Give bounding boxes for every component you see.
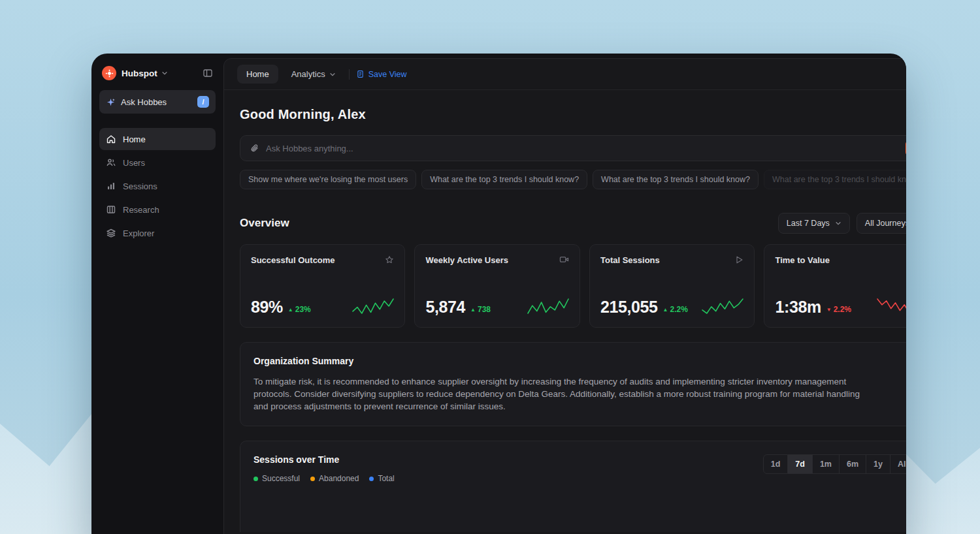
sidebar-item-label: Users	[123, 158, 145, 168]
range-button-1m[interactable]: 1m	[813, 454, 840, 474]
save-view-button[interactable]: Save View	[356, 70, 407, 79]
sidebar-item-explorer[interactable]: Explorer	[99, 222, 216, 244]
content: Good Morning, Alex Show me where we're l…	[224, 90, 906, 534]
kpi-delta: ▲23%	[288, 305, 311, 314]
main-wrap: Home Analytics Save View Good Morning, A…	[223, 54, 906, 534]
topbar: Home Analytics Save View	[224, 59, 906, 90]
sidebar-item-label: Home	[123, 134, 146, 144]
sidebar-nav: Home Users Sessions Research Explorer	[99, 128, 216, 244]
sparkline	[527, 297, 569, 315]
summary-body: To mitigate risk, it is recommended to e…	[253, 375, 861, 413]
legend-dot	[310, 477, 315, 481]
date-range-dropdown[interactable]: Last 7 Days	[778, 213, 850, 234]
brand-row: Hubspot	[99, 63, 216, 84]
kpi-title: Successful Outcome	[251, 255, 335, 265]
chevron-down-icon	[835, 220, 841, 227]
play-icon[interactable]	[735, 255, 743, 264]
kpi-card-total-sessions: Total Sessions 215,055 ▲2.2%	[589, 244, 755, 328]
kpi-value: 215,055	[600, 298, 658, 317]
chevron-down-icon	[329, 71, 336, 78]
chart-legend: Successful Abandoned Total	[253, 474, 395, 483]
kpi-value: 1:38m	[775, 298, 821, 317]
kpi-card-weekly-active-users: Weekly Active Users 5,874 ▲738	[414, 244, 580, 328]
range-button-6m[interactable]: 6m	[840, 454, 866, 474]
sidebar: Hubspot Ask Hobbes / Home Users	[91, 54, 223, 534]
sidebar-item-label: Research	[123, 205, 159, 215]
sidebar-item-users[interactable]: Users	[99, 151, 216, 174]
send-button[interactable]	[906, 140, 906, 156]
sidebar-toggle-icon[interactable]	[203, 68, 213, 78]
suggestion-chip[interactable]: What are the top 3 trends I should know?	[421, 170, 587, 189]
tab-analytics[interactable]: Analytics	[285, 65, 342, 84]
journeys-label: All Journeys	[865, 219, 906, 228]
users-icon	[106, 157, 116, 168]
summary-title: Organization Summary	[253, 356, 906, 366]
save-view-icon	[356, 70, 365, 78]
range-button-1y[interactable]: 1y	[866, 454, 890, 474]
page-title: Good Morning, Alex	[240, 107, 906, 122]
save-view-label: Save View	[368, 70, 407, 79]
overview-title: Overview	[240, 217, 289, 230]
kpi-grid: Successful Outcome 89% ▲23% Weekly Activ…	[240, 244, 906, 328]
sidebar-item-sessions[interactable]: Sessions	[99, 175, 216, 197]
range-button-all[interactable]: All	[890, 454, 906, 474]
sidebar-ask-hobbes[interactable]: Ask Hobbes /	[99, 90, 216, 114]
sessions-icon	[106, 181, 116, 191]
ask-input-container	[240, 135, 906, 161]
sessions-chart-title: Sessions over Time	[253, 454, 395, 465]
kpi-value: 89%	[251, 298, 283, 317]
app-window: Hubspot Ask Hobbes / Home Users	[91, 54, 906, 534]
star-icon[interactable]	[385, 255, 394, 264]
research-icon	[106, 204, 116, 215]
tab-home[interactable]: Home	[237, 65, 278, 84]
sidebar-item-research[interactable]: Research	[99, 198, 216, 221]
suggestion-chip[interactable]: What are the top 3 trends I should know?	[764, 170, 906, 189]
sidebar-item-label: Explorer	[123, 228, 154, 238]
legend-dot	[369, 477, 374, 481]
legend-item-abandoned: Abandoned	[310, 474, 359, 483]
range-button-1d[interactable]: 1d	[763, 454, 789, 474]
kpi-delta: ▼2.2%	[826, 305, 851, 314]
explorer-icon	[106, 228, 116, 238]
organization-summary-card: Organization Summary To mitigate risk, i…	[240, 342, 906, 426]
suggestion-chips: Show me where we're losing the most user…	[240, 170, 906, 189]
chevron-down-icon[interactable]	[161, 70, 168, 76]
sidebar-item-label: Sessions	[123, 181, 157, 191]
range-button-7d[interactable]: 7d	[788, 454, 813, 474]
ask-hobbes-label: Ask Hobbes	[121, 97, 167, 107]
legend-item-total: Total	[369, 474, 394, 483]
suggestion-chip[interactable]: What are the top 3 trends I should know?	[593, 170, 759, 189]
kpi-card-time-to-value: Time to Value 1:38m ▼2.2%	[764, 244, 906, 328]
kpi-delta: ▲2.2%	[663, 305, 688, 314]
home-icon	[106, 134, 116, 144]
paperclip-icon	[250, 144, 259, 153]
kpi-card-successful-outcome: Successful Outcome 89% ▲23%	[240, 244, 405, 328]
legend-dot	[253, 477, 258, 481]
overview-filters: Last 7 Days All Journeys	[778, 213, 906, 234]
video-icon[interactable]	[559, 255, 569, 264]
suggestion-chip[interactable]: Show me where we're losing the most user…	[240, 170, 416, 189]
ask-input[interactable]	[266, 144, 899, 153]
shortcut-badge: /	[197, 96, 209, 108]
brand-name: Hubspot	[122, 69, 157, 78]
main-panel: Home Analytics Save View Good Morning, A…	[223, 58, 906, 534]
time-range-selector: 1d 7d 1m 6m 1y All	[763, 454, 906, 474]
legend-item-successful: Successful	[253, 474, 300, 483]
sparkline	[352, 297, 394, 315]
hubspot-logo	[102, 66, 116, 80]
topbar-divider	[349, 69, 350, 80]
tab-analytics-label: Analytics	[291, 69, 325, 79]
kpi-title: Total Sessions	[600, 255, 660, 265]
sparkline	[702, 297, 743, 315]
sparkle-icon	[106, 97, 116, 107]
overview-header: Overview Last 7 Days All Journeys	[240, 213, 906, 234]
journeys-dropdown[interactable]: All Journeys	[857, 213, 906, 234]
kpi-title: Weekly Active Users	[425, 255, 508, 265]
date-range-label: Last 7 Days	[787, 219, 830, 228]
sidebar-item-home[interactable]: Home	[99, 128, 216, 150]
kpi-value: 5,874	[425, 298, 465, 317]
sparkline	[877, 297, 906, 315]
kpi-delta: ▲738	[470, 305, 491, 314]
sessions-over-time-card: Sessions over Time Successful Abandoned	[240, 441, 906, 532]
kpi-title: Time to Value	[775, 255, 830, 265]
